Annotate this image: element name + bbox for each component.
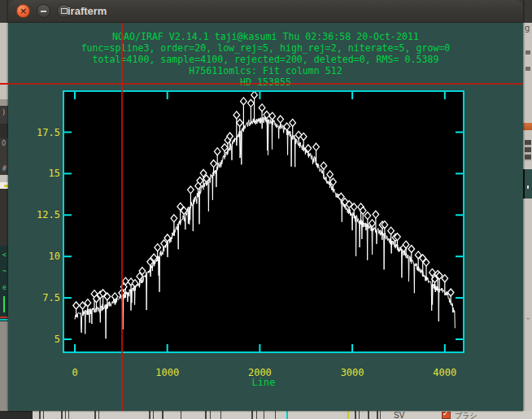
terminal-cursor-fragment — [3, 296, 5, 312]
terminal-char: e — [2, 285, 7, 291]
chevron-down-icon: ⌄ — [525, 314, 532, 321]
screenshot-root: ) 0 # < ~ e g ⌄ SV ✓ ブラシ — [0, 0, 532, 419]
sliver-segment — [523, 23, 532, 411]
toolbar-dark-corner — [0, 411, 33, 419]
toolbar-mark — [205, 411, 207, 419]
toolbar-mark — [210, 411, 211, 419]
toolbar-mark — [359, 411, 360, 419]
minimize-icon — [41, 11, 46, 12]
toolbar-mark — [61, 411, 63, 419]
toolbar-mark — [65, 411, 66, 419]
sliver-segment — [0, 99, 8, 106]
toolbar-mark — [220, 411, 221, 419]
svg-text:1000: 1000 — [155, 367, 179, 378]
icon-fragment: 0 — [2, 141, 6, 147]
sliver-segment — [0, 23, 8, 99]
toolbar-mark — [380, 411, 381, 419]
toolbar-mark — [286, 411, 288, 419]
svg-text:7.5: 7.5 — [42, 292, 60, 303]
sliver-segment — [0, 321, 8, 411]
toolbar-mark — [355, 411, 356, 419]
sliver-segment — [0, 189, 8, 246]
titlebar[interactable]: × irafterm — [8, 0, 523, 23]
sliver-red-dash — [0, 316, 8, 318]
toolbar-mark — [368, 411, 369, 419]
toolbar-mark — [256, 411, 257, 419]
sliver-segment — [0, 124, 8, 138]
brush-checkbox[interactable]: ✓ — [442, 412, 451, 419]
window-title: irafterm — [68, 5, 107, 17]
right-fragment-text: g — [525, 25, 532, 32]
icon-fragment: # — [2, 166, 7, 172]
sv-label: SV — [394, 411, 404, 419]
svg-text:17.5: 17.5 — [37, 127, 60, 138]
toolbar-mark — [39, 411, 41, 419]
sliver-segment — [0, 175, 8, 182]
toolbar-mark — [43, 411, 44, 419]
svg-text:4000: 4000 — [433, 367, 456, 378]
crosshair-left-segment — [0, 83, 8, 85]
orange-bar — [523, 123, 532, 130]
check-icon: ✓ — [443, 411, 449, 417]
toolbar-mark — [275, 411, 276, 419]
brush-label: ブラシ — [455, 411, 477, 419]
thumbnail-dot — [527, 185, 529, 189]
close-button[interactable]: × — [16, 4, 30, 18]
icon-fragment: ) — [2, 110, 5, 116]
toolbar-mark — [149, 411, 150, 419]
icon-fragment — [525, 67, 530, 71]
toolbar-mark — [377, 411, 378, 419]
svg-text:0: 0 — [72, 367, 77, 378]
graphics-area: NOAO/IRAF V2.14.1 taji@kasumi Thu 02:36:… — [8, 23, 523, 411]
x-axis-title: Line — [252, 377, 276, 388]
toolbar-mark — [251, 411, 253, 419]
toolbar-mark — [181, 411, 181, 419]
svg-text:12.5: 12.5 — [37, 209, 60, 220]
sliver-cyan-dash — [0, 319, 8, 321]
svg-text:15: 15 — [49, 168, 60, 179]
close-icon: × — [17, 5, 29, 17]
toolbar-mark — [94, 411, 96, 419]
icon-fragment — [525, 50, 530, 55]
toolbar-mark — [162, 411, 164, 419]
terminal-char: ~ — [2, 268, 7, 275]
teal-thumbnail — [523, 169, 532, 199]
toolbar-mark — [347, 411, 349, 419]
fit-plot[interactable]: 0100020003000400057.51012.51517.5Line — [8, 23, 523, 411]
toolbar-mark — [264, 411, 264, 419]
svg-text:3000: 3000 — [341, 367, 364, 378]
irafterm-window: × irafterm NOAO/IRAF V2.14.1 taji@kasumi… — [8, 0, 523, 411]
svg-text:10: 10 — [49, 251, 60, 262]
terminal-char: < — [2, 252, 7, 259]
maximize-icon — [61, 8, 68, 14]
toolbar-mark — [153, 411, 154, 419]
bottom-toolbar-strip: SV ✓ ブラシ — [0, 411, 532, 419]
toolbar-mark — [68, 411, 69, 419]
minimize-button[interactable] — [37, 4, 50, 18]
icon-blocks — [525, 140, 531, 161]
y-tick-labels: 57.51012.51517.5 — [37, 127, 60, 346]
toolbar-mark — [98, 411, 99, 419]
svg-text:5: 5 — [55, 334, 60, 345]
